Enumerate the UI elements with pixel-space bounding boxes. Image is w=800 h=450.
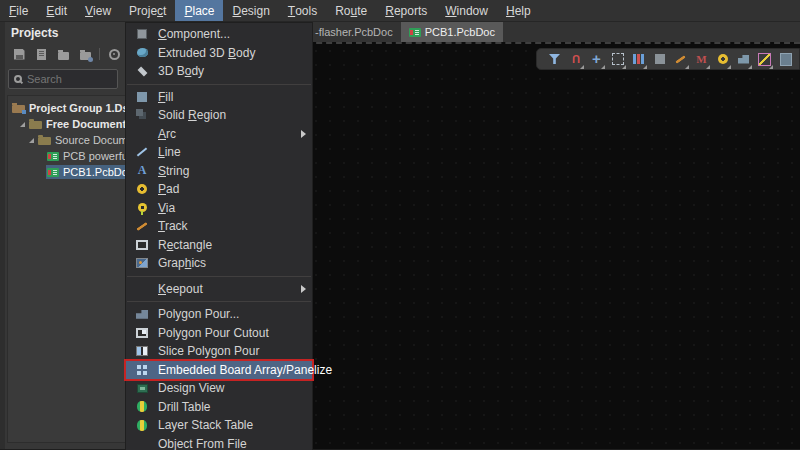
menu-item-solid-region[interactable]: Solid Region xyxy=(126,106,312,125)
menu-item-3d-body[interactable]: 3D Body xyxy=(126,62,312,81)
fill-icon xyxy=(137,92,147,102)
pcb-doc-icon xyxy=(47,152,59,161)
menu-item-object-from-file[interactable]: Object From File xyxy=(126,435,312,450)
menu-item-drill-table[interactable]: Drill Table xyxy=(126,398,312,417)
search-input[interactable] xyxy=(27,73,107,85)
menubar-item-route[interactable]: Route xyxy=(326,0,376,21)
menu-separator xyxy=(127,301,311,302)
menu-item-slice-polygon-pour[interactable]: Slice Polygon Pour xyxy=(126,342,312,361)
tree-item-source-documents[interactable]: Source Documents xyxy=(8,132,125,148)
menu-item-label: Component... xyxy=(158,27,306,41)
tab-flasher-pcbdoc[interactable]: -flasher.PcbDoc xyxy=(307,22,401,42)
menu-item-polygon-pour-cutout[interactable]: Polygon Pour Cutout xyxy=(126,324,312,343)
menubar-item-design[interactable]: Design xyxy=(223,0,278,21)
menubar-item-view[interactable]: View xyxy=(76,0,120,21)
menu-item-line[interactable]: Line xyxy=(126,143,312,162)
save-icon xyxy=(14,49,25,60)
tab-label: -flasher.PcbDoc xyxy=(315,26,393,38)
menu-item-design-view[interactable]: Design View xyxy=(126,379,312,398)
menubar-item-edit[interactable]: Edit xyxy=(37,0,76,21)
menu-item-embedded-board-array-panelize[interactable]: Embedded Board Array/Panelize xyxy=(126,361,312,380)
menu-item-graphics[interactable]: Graphics xyxy=(126,254,312,273)
menu-item-extruded-3d-body[interactable]: Extruded 3D Body xyxy=(126,44,312,63)
projects-tree: Project Group 1.DsnWrFree DocumentsSourc… xyxy=(7,95,126,443)
menu-item-label: Track xyxy=(158,219,306,233)
folder-open-icon[interactable] xyxy=(55,47,71,61)
canvas-toolbar xyxy=(536,48,800,70)
menu-item-rectangle[interactable]: Rectangle xyxy=(126,236,312,255)
panel-edge xyxy=(0,22,5,449)
tree-item-pcb-powerful-4-c[interactable]: PCB powerful-4-c xyxy=(8,148,125,164)
pcb-doc-icon xyxy=(409,28,421,37)
menu-item-keepout[interactable]: Keepout xyxy=(126,280,312,299)
board-icon[interactable] xyxy=(776,50,795,69)
menu-item-pad[interactable]: Pad xyxy=(126,180,312,199)
menu-item-label: Extruded 3D Body xyxy=(158,46,306,60)
measure-icon[interactable] xyxy=(692,50,711,69)
toolbar-separator xyxy=(99,48,100,60)
folder-open-icon xyxy=(58,52,69,60)
none-icon xyxy=(137,129,147,139)
selection-box-icon[interactable] xyxy=(608,50,627,69)
design-view-icon xyxy=(137,384,148,393)
drill-table-icon xyxy=(137,401,147,412)
menu-item-polygon-pour[interactable]: Polygon Pour... xyxy=(126,305,312,324)
menubar: FileEditViewProjectPlaceDesignToolsRoute… xyxy=(0,0,800,22)
folder-icon xyxy=(38,137,51,145)
menu-item-label: Line xyxy=(158,145,306,159)
settings-icon[interactable] xyxy=(106,47,122,61)
menu-item-track[interactable]: Track xyxy=(126,217,312,236)
menubar-item-project[interactable]: Project xyxy=(120,0,175,21)
polygon-icon[interactable] xyxy=(734,50,753,69)
menu-item-label: Design View xyxy=(158,381,306,395)
menubar-item-place[interactable]: Place xyxy=(175,0,223,21)
menu-item-arc[interactable]: Arc xyxy=(126,125,312,144)
menubar-item-window[interactable]: Window xyxy=(436,0,497,21)
menubar-item-help[interactable]: Help xyxy=(497,0,540,21)
menu-item-fill[interactable]: Fill xyxy=(126,88,312,107)
solid-region-icon xyxy=(136,109,143,116)
rectangle-icon xyxy=(136,240,148,250)
submenu-arrow-icon xyxy=(301,130,306,138)
menubar-item-reports[interactable]: Reports xyxy=(376,0,436,21)
line-icon xyxy=(137,148,147,157)
histogram-icon[interactable] xyxy=(629,50,648,69)
menu-item-layer-stack-table[interactable]: Layer Stack Table xyxy=(126,416,312,435)
fill-icon[interactable] xyxy=(650,50,669,69)
expand-arrow-icon[interactable] xyxy=(20,122,25,127)
menubar-item-tools[interactable]: Tools xyxy=(279,0,326,21)
document-icon[interactable] xyxy=(33,47,49,61)
menu-item-label: String xyxy=(158,164,306,178)
tab-pcb1-pcbdoc[interactable]: PCB1.PcbDoc xyxy=(401,22,503,42)
panelize-icon xyxy=(137,365,147,375)
menubar-item-file[interactable]: File xyxy=(0,0,37,21)
folder-settings-icon[interactable] xyxy=(77,47,93,61)
track-icon[interactable] xyxy=(671,50,690,69)
tree-item-free-documents[interactable]: Free Documents xyxy=(8,116,125,132)
crosshair-icon[interactable] xyxy=(587,50,606,69)
none-icon xyxy=(137,439,147,449)
tree-item-project-group-1-dsnwr[interactable]: Project Group 1.DsnWr xyxy=(8,100,125,116)
menu-separator xyxy=(127,276,311,277)
magnet-icon[interactable] xyxy=(566,50,585,69)
menu-item-label: Polygon Pour Cutout xyxy=(158,326,306,340)
menu-separator xyxy=(127,84,311,85)
menu-item-label: Embedded Board Array/Panelize xyxy=(158,363,332,377)
search-box[interactable] xyxy=(8,69,118,89)
via-icon[interactable] xyxy=(713,50,732,69)
menu-item-component[interactable]: Component... xyxy=(126,25,312,44)
folder-icon xyxy=(29,121,42,129)
save-icon[interactable] xyxy=(11,47,27,61)
menu-item-string[interactable]: String xyxy=(126,162,312,181)
menu-item-label: Solid Region xyxy=(158,108,306,122)
projects-panel-toolbar xyxy=(0,43,126,65)
route-edit-icon[interactable] xyxy=(755,50,774,69)
expand-arrow-icon[interactable] xyxy=(29,138,34,143)
filter-icon[interactable] xyxy=(545,50,564,69)
menu-item-label: Drill Table xyxy=(158,400,306,414)
menu-item-label: Fill xyxy=(158,90,306,104)
menu-item-label: Polygon Pour... xyxy=(158,307,306,321)
tree-item-pcb1-pcbdoc[interactable]: PCB1.PcbDoc xyxy=(8,164,125,180)
menu-item-label: Object From File xyxy=(158,437,306,450)
menu-item-via[interactable]: Via xyxy=(126,199,312,218)
